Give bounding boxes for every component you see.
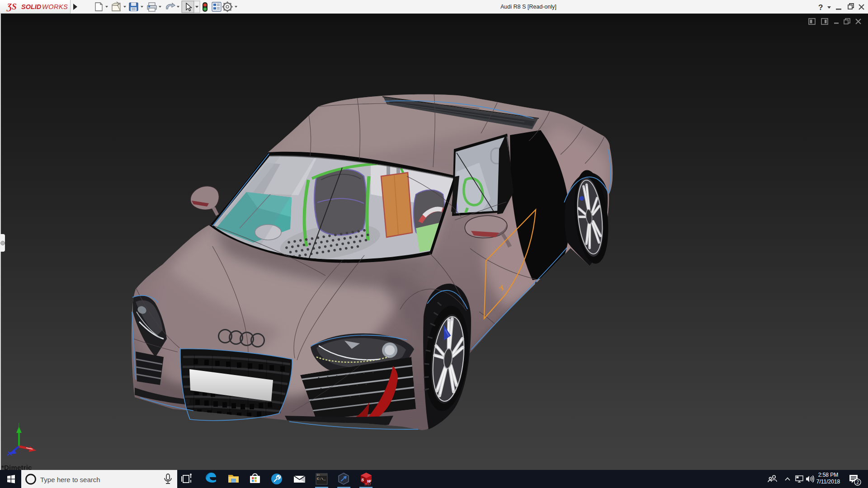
svg-text:2017: 2017 <box>364 483 371 486</box>
svg-text:ƷS: ƷS <box>6 2 17 11</box>
svg-text:C:\_: C:\_ <box>317 477 326 481</box>
svg-text:C:\: C:\ <box>317 474 320 476</box>
svg-text:SOLID: SOLID <box>21 3 42 10</box>
svg-text:2: 2 <box>857 480 859 485</box>
svg-text:?: ? <box>818 3 823 12</box>
svg-text:S: S <box>361 478 364 482</box>
svg-text:WORKS: WORKS <box>42 3 68 10</box>
